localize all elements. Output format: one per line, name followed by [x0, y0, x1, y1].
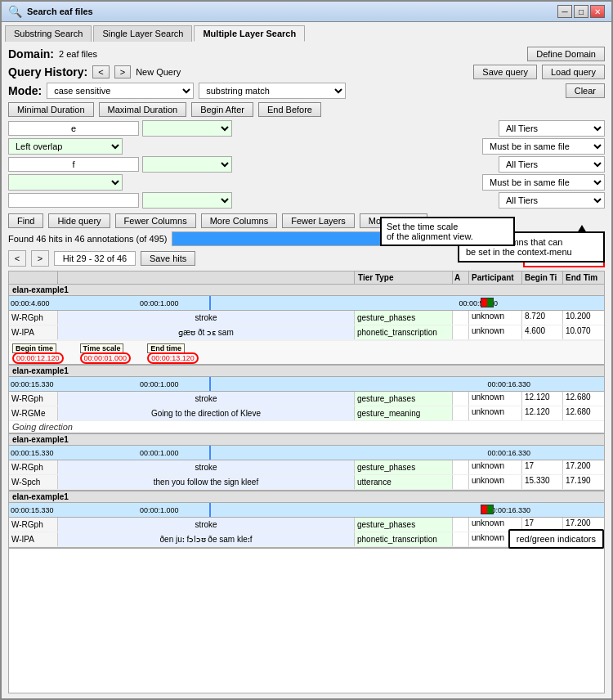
match-mode-select[interactable]: substring match exact match regex	[199, 83, 346, 99]
next-query-button[interactable]: >	[114, 65, 131, 79]
minimal-duration-button[interactable]: Minimal Duration	[8, 102, 94, 117]
participant-cell-3-2: unknown	[469, 475, 522, 489]
begin-time-group: Begin time 00:00:12.120	[12, 343, 64, 362]
hide-query-button[interactable]: Hide query	[48, 213, 110, 228]
fewer-layers-button[interactable]: Fewer Layers	[282, 213, 355, 228]
a-cell-3-1	[453, 460, 469, 474]
fewer-columns-button[interactable]: Fewer Columns	[115, 213, 196, 228]
time-labels-row-1: Begin time 00:00:12.120 Time scale 00:00…	[9, 340, 604, 364]
tier-type-cell-1-1: gesture_phases	[355, 311, 453, 325]
participant-cell-1-2: unknown	[469, 325, 522, 339]
begin-cell-1-1: 8.720	[522, 311, 563, 325]
query-history-label: Query History:	[8, 65, 87, 79]
red-green-popup-text: red/green indicators	[517, 534, 596, 544]
tier-constraint-2[interactable]: All Tiers	[499, 156, 605, 173]
tier-input-1[interactable]	[8, 121, 139, 136]
result-file-1: elan-example1	[9, 285, 604, 296]
timeline-end-3: 00:00:16.330	[487, 449, 530, 457]
tab-substring-search[interactable]: Substring Search	[5, 25, 92, 42]
timeline-mid-1: 00:00:1.000	[140, 299, 179, 307]
tier-constraint-3[interactable]: All Tiers	[499, 192, 605, 209]
next-hit-button[interactable]: >	[31, 250, 49, 267]
tab-multiple-layer-search[interactable]: Multiple Layer Search	[194, 25, 305, 42]
relation-select-2[interactable]	[8, 174, 123, 191]
content-cell-1-2: ɡæʊ ðt ɔɛ sam	[58, 325, 355, 339]
tab-single-layer-search[interactable]: Single Layer Search	[93, 25, 192, 42]
timeline-cursor-1	[209, 296, 211, 310]
result-block-2: elan-example1 00:00:15.330 00:00:1.000 0…	[9, 366, 604, 434]
prev-query-button[interactable]: <	[92, 65, 109, 79]
tier-type-cell-3-1: gesture_phases	[355, 460, 453, 474]
tier-constraint-1b[interactable]: Must be in same file	[482, 138, 605, 155]
tier-input-2[interactable]	[8, 157, 139, 172]
tier-dropdown-1a[interactable]	[142, 120, 232, 137]
tier-type-cell-3-2: utterance	[355, 475, 453, 489]
color-indicator-4	[481, 505, 494, 514]
tier-dropdown-3a[interactable]	[142, 192, 232, 209]
clear-button[interactable]: Clear	[566, 83, 605, 98]
main-window: 🔍 Search eaf files ─ □ ✕ Substring Searc…	[0, 0, 613, 700]
maximize-button[interactable]: □	[574, 5, 588, 18]
annotation-row-2-2: W-RGMe Going to the direction of Kleve g…	[9, 406, 604, 421]
hit-counter[interactable]	[54, 251, 136, 266]
col-headers: Tier Type A Participant Begin Ti End Tim	[9, 271, 604, 285]
tier-relation-row-2: Must be in same file	[8, 174, 605, 191]
domain-label: Domain:	[8, 47, 54, 61]
close-button[interactable]: ✕	[590, 5, 605, 18]
tier-cell-4-1: W-RGph	[9, 518, 58, 532]
save-query-button[interactable]: Save query	[473, 65, 537, 79]
timeline-cursor-4	[209, 503, 211, 517]
col-a: A	[453, 271, 469, 284]
prev-hit-button[interactable]: <	[8, 250, 26, 267]
end-cell-3-1: 17.200	[563, 460, 604, 474]
content-cell-1-1: stroke	[58, 311, 355, 325]
minimize-button[interactable]: ─	[557, 5, 572, 18]
participant-cell-2-2: unknown	[469, 406, 522, 420]
duration-row: Minimal Duration Maximal Duration Begin …	[8, 102, 605, 117]
end-cell-3-2: 17.190	[563, 475, 604, 489]
participant-cell-1-1: unknown	[469, 311, 522, 325]
timeline-start-4: 00:00:15.330	[11, 506, 54, 514]
tier-row-2: All Tiers	[8, 156, 605, 173]
tier-type-cell-2-2: gesture_meaning	[355, 406, 453, 420]
more-columns-button[interactable]: More Columns	[201, 213, 278, 228]
domain-row: Domain: 2 eaf files Define Domain	[8, 47, 605, 61]
results-table: Tier Type A Participant Begin Ti End Tim…	[8, 271, 605, 693]
timeline-cursor-3	[209, 446, 211, 460]
a-cell-3-2	[453, 475, 469, 489]
define-domain-button[interactable]: Define Domain	[527, 47, 605, 61]
save-hits-button[interactable]: Save hits	[141, 251, 195, 266]
maximal-duration-button[interactable]: Maximal Duration	[99, 102, 187, 117]
result-block-3: elan-example1 00:00:15.330 00:00:1.000 0…	[9, 434, 604, 491]
participant-cell-2-1: unknown	[469, 392, 522, 406]
a-cell-4-2	[453, 532, 469, 546]
end-before-button[interactable]: End Before	[258, 102, 321, 117]
annotation-row-3-2: W-Spch then you follow the sign kleef ut…	[9, 475, 604, 490]
begin-after-button[interactable]: Begin After	[191, 102, 253, 117]
case-mode-select[interactable]: case sensitive case insensitive	[47, 83, 194, 99]
result-block-1: elan-example1 00:00:4.600 00:00:1.000 00…	[9, 285, 604, 366]
load-query-button[interactable]: Load query	[542, 65, 605, 79]
tier-constraint-1[interactable]: All Tiers	[499, 120, 605, 137]
tier-type-cell-4-1: gesture_phases	[355, 518, 453, 532]
end-cell-1-1: 10.200	[563, 311, 604, 325]
timeline-end-2: 00:00:16.330	[487, 380, 530, 388]
tier-dropdown-2a[interactable]	[142, 156, 232, 173]
relation-select-1[interactable]: Left overlap Must be in same file	[8, 138, 123, 155]
tab-bar: Substring Search Single Layer Search Mul…	[2, 22, 611, 42]
begin-cell-3-2: 15.330	[522, 475, 563, 489]
result-file-3: elan-example1	[9, 434, 604, 446]
col-tier	[9, 271, 58, 284]
participant-cell-3-1: unknown	[469, 460, 522, 474]
col-participant: Participant	[469, 271, 522, 284]
tier-input-3[interactable]	[8, 193, 139, 208]
tier-constraint-2b[interactable]: Must be in same file	[482, 174, 605, 191]
timeline-1: 00:00:4.600 00:00:1.000 00:00:5.600	[9, 296, 604, 311]
action-buttons-row: Find Hide query Fewer Columns More Colum…	[8, 213, 605, 228]
timescale-block-value: 00:00:01.000	[80, 352, 132, 364]
titlebar-left: 🔍 Search eaf files	[8, 5, 93, 18]
content-cell-3-2: then you follow the sign kleef	[58, 475, 355, 489]
content-cell-4-2: ðen juː fɔlɔʊ ðe sam kleːf	[58, 532, 355, 546]
tier-row-1: All Tiers	[8, 120, 605, 137]
find-button[interactable]: Find	[8, 213, 43, 228]
